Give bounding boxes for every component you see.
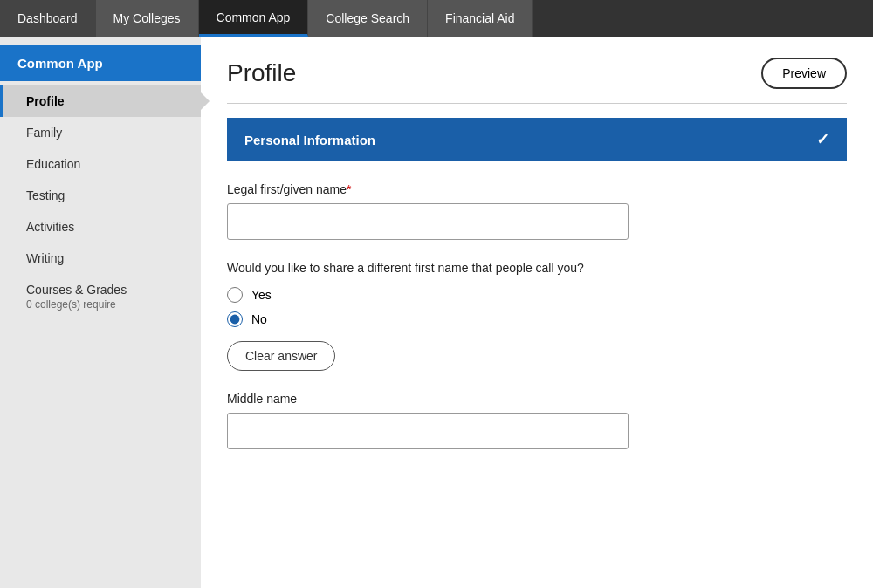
legal-first-name-group: Legal first/given name* [227, 182, 847, 240]
nav-item-my-colleges[interactable]: My Colleges [96, 0, 199, 37]
nickname-radio-group: Yes No [227, 287, 847, 327]
nav-item-financial-aid[interactable]: Financial Aid [428, 0, 533, 37]
nav-item-dashboard[interactable]: Dashboard [0, 0, 96, 37]
radio-option-no[interactable]: No [227, 311, 847, 327]
required-indicator: * [347, 182, 351, 196]
nickname-question-text: Would you like to share a different firs… [227, 261, 847, 275]
nav-item-college-search[interactable]: College Search [308, 0, 428, 37]
sidebar-item-testing[interactable]: Testing [0, 180, 201, 211]
sidebar-item-activities[interactable]: Activities [0, 211, 201, 243]
page-title: Profile [227, 59, 296, 87]
nav-item-common-app[interactable]: Common App [199, 0, 309, 37]
sidebar-item-courses-grades[interactable]: Courses & Grades 0 college(s) require [0, 274, 201, 319]
nickname-question-group: Would you like to share a different firs… [227, 261, 847, 371]
content-area: Profile Preview Personal Information ✓ L… [201, 37, 873, 588]
top-nav: Dashboard My Colleges Common App College… [0, 0, 873, 37]
sidebar-item-education[interactable]: Education [0, 148, 201, 180]
middle-name-group: Middle name [227, 392, 847, 449]
middle-name-input[interactable] [227, 413, 629, 449]
divider [227, 103, 847, 104]
radio-no[interactable] [227, 311, 243, 327]
clear-answer-button[interactable]: Clear answer [227, 341, 335, 371]
radio-option-yes[interactable]: Yes [227, 287, 847, 303]
radio-yes[interactable] [227, 287, 243, 303]
sidebar-item-profile[interactable]: Profile [0, 85, 201, 117]
active-bar [0, 85, 3, 117]
sidebar-item-family[interactable]: Family [0, 117, 201, 148]
content-header: Profile Preview [227, 58, 847, 89]
section-header[interactable]: Personal Information ✓ [227, 118, 847, 161]
main-layout: Common App Profile Family Education Test… [0, 37, 873, 588]
legal-first-name-input[interactable] [227, 203, 629, 240]
chevron-down-icon: ✓ [816, 130, 829, 149]
legal-first-name-label: Legal first/given name* [227, 182, 847, 196]
middle-name-label: Middle name [227, 392, 847, 406]
sidebar: Common App Profile Family Education Test… [0, 37, 201, 588]
preview-button[interactable]: Preview [761, 58, 847, 89]
sidebar-item-writing[interactable]: Writing [0, 243, 201, 274]
sidebar-header: Common App [0, 45, 201, 81]
